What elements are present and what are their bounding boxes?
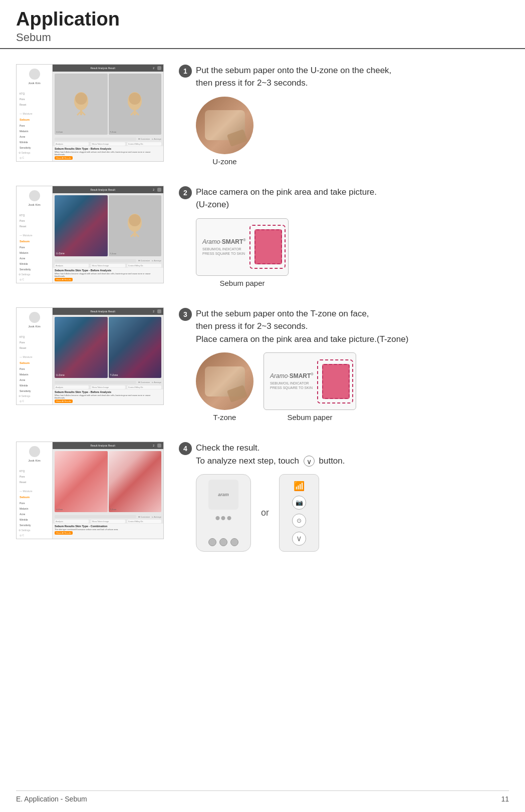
step3-sebum-paper-image: Aramo·SMART® SEBUM/OIL INDICATORPRESS SQ… <box>264 352 356 410</box>
app-sidebar-4: Jook Kim KTQ Pore Reset — Moisture Sebum… <box>17 442 53 539</box>
step-1-text: Put the sebum paper onto the U-zone on t… <box>196 64 391 90</box>
chevron-down-icon[interactable]: ∨ <box>292 532 306 546</box>
page-title: Application <box>16 9 509 30</box>
step-2-instructions: 2 Place camera on the pink area and take… <box>179 186 509 287</box>
device-btn-center[interactable] <box>219 538 227 546</box>
app-sidebar-2: Jook Kim KTQ Pore Reset — Moisture Sebum… <box>17 186 53 283</box>
tzone-image-box: T-zone <box>196 352 253 422</box>
page-subtitle: Sebum <box>16 31 509 44</box>
step-1-row: Jook Kim KTQ Pore Reset — Moisture Sebum… <box>16 64 509 166</box>
step3-sebum-paper-box: Aramo·SMART® SEBUM/OIL INDICATORPRESS SQ… <box>264 352 356 422</box>
app-main-area-4: Result Analysis Result 2 U-Zone T-Zone <box>53 442 163 539</box>
svg-point-1 <box>75 93 87 105</box>
step-3-screenshot: Jook Kim KTQ Pore Reset — Moisture Sebum… <box>16 307 164 405</box>
step-2-screenshot: Jook Kim KTQ Pore Reset — Moisture Sebum… <box>16 186 164 283</box>
step-4-instructions: 4 Check the result. To analyze next step… <box>179 442 509 552</box>
step-4-row: Jook Kim KTQ Pore Reset — Moisture Sebum… <box>16 442 509 552</box>
svg-point-11 <box>129 214 141 226</box>
app-main-area-3: Result Analysis Result 2 U-Zone T-Zone <box>53 308 163 404</box>
step-3-text: Put the sebum paper onto the T-zone on f… <box>196 307 408 346</box>
phone-icon-row: 📶 📷 ⊙ ∨ <box>292 481 306 546</box>
step-3-row: Jook Kim KTQ Pore Reset — Moisture Sebum… <box>16 307 509 422</box>
uzone-image <box>196 97 253 154</box>
step3-brand-sub: SEBUM/OIL INDICATORPRESS SQUARE TO SKIN <box>270 381 314 390</box>
step-2-header: 2 Place camera on the pink area and take… <box>179 186 509 211</box>
uzone-image-box: U-zone <box>196 97 253 166</box>
sebum-paper-image-box: Aramo·SMART® SEBUM/OIL INDICATORPRESS SQ… <box>196 218 289 287</box>
step-1-instructions: 1 Put the sebum paper onto the U-zone on… <box>179 64 509 166</box>
sebum-paper-label: Sebum paper <box>219 279 265 287</box>
step-2-text: Place camera on the pink area and take p… <box>196 186 377 211</box>
app-sidebar: Jook Kim KTQ Pore Reset — Moisture Sebum… <box>17 65 53 161</box>
app-main-area: Result Analysis Result 2 <box>53 65 163 161</box>
tzone-image <box>196 352 253 410</box>
step-2-images: Aramo·SMART® SEBUM/OIL INDICATORPRESS SQ… <box>196 218 509 287</box>
camera-icon[interactable]: 📷 <box>292 496 306 510</box>
step-1-images: U-zone <box>196 97 509 166</box>
step-2-number: 2 <box>179 186 192 199</box>
step-4-text: Check the result. To analyze next step, … <box>196 442 345 467</box>
sebum-paper-image: Aramo·SMART® SEBUM/OIL INDICATORPRESS SQ… <box>196 218 289 276</box>
footer-left-text: E. Application - Sebum <box>16 795 87 803</box>
page-footer: E. Application - Sebum 11 <box>16 790 509 803</box>
device-screen: aram <box>208 480 238 510</box>
step-2-row: Jook Kim KTQ Pore Reset — Moisture Sebum… <box>16 186 509 287</box>
brand-sub: SEBUM/OIL INDICATORPRESS SQUARE TO SKIN <box>202 247 246 256</box>
main-content: Jook Kim KTQ Pore Reset — Moisture Sebum… <box>0 49 525 602</box>
step-1-number: 1 <box>179 65 192 78</box>
phone-device: 📶 📷 ⊙ ∨ <box>279 474 319 552</box>
tzone-label: T-zone <box>213 413 236 422</box>
step-3-instructions: 3 Put the sebum paper onto the T-zone on… <box>179 307 509 422</box>
step-1-screenshot: Jook Kim KTQ Pore Reset — Moisture Sebum… <box>16 64 164 162</box>
step-1-header: 1 Put the sebum paper onto the U-zone on… <box>179 64 509 90</box>
step-4-header: 4 Check the result. To analyze next step… <box>179 442 509 467</box>
footer-right-text: 11 <box>501 795 509 803</box>
step3-brand-text: Aramo·SMART® <box>270 372 314 379</box>
pink-square <box>254 229 282 264</box>
app-sidebar-3: Jook Kim KTQ Pore Reset — Moisture Sebum… <box>17 308 53 404</box>
or-separator: or <box>261 508 269 518</box>
page-header: Application Sebum <box>0 0 525 49</box>
step3-sebum-paper-label: Sebum paper <box>287 413 332 422</box>
aram-device: aram ⬤ ⬤ ⬤ <box>196 474 251 552</box>
step-4-number: 4 <box>179 442 192 455</box>
step-4-screenshot: Jook Kim KTQ Pore Reset — Moisture Sebum… <box>16 442 164 539</box>
device-btn-right[interactable] <box>230 538 238 546</box>
brand-text: Aramo·SMART® <box>202 238 246 245</box>
circle-icon[interactable]: ⊙ <box>292 514 306 528</box>
step-3-images: T-zone Aramo·SMART® SEBUM/OIL INDICATORP… <box>196 352 509 422</box>
app-main-area-2: Result Analysis Result 2 U-Zone <box>53 186 163 283</box>
step-4-images: aram ⬤ ⬤ ⬤ or 📶 📷 <box>196 474 509 552</box>
device-btn-left[interactable] <box>208 538 216 546</box>
step-3-number: 3 <box>179 308 192 321</box>
step-3-header: 3 Put the sebum paper onto the T-zone on… <box>179 307 509 346</box>
step3-pink-square <box>322 364 350 399</box>
device-buttons <box>208 538 238 546</box>
svg-point-6 <box>129 93 141 105</box>
uzone-label: U-zone <box>212 157 236 166</box>
